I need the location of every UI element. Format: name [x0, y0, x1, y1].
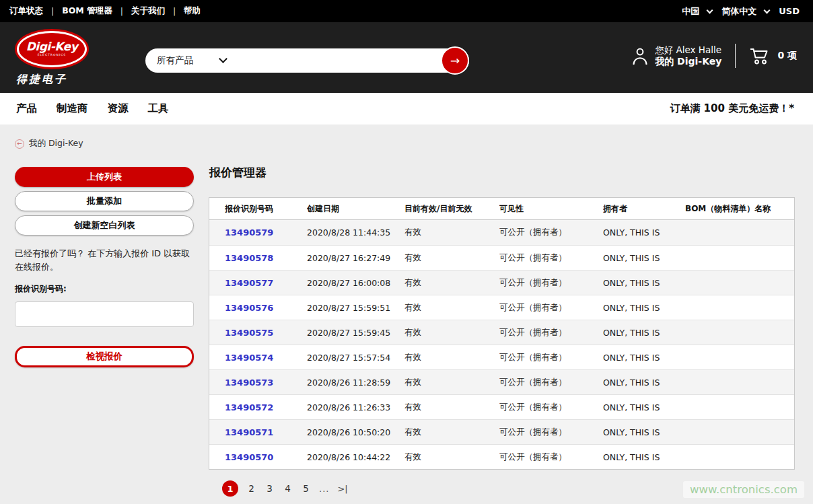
- quote-id-link[interactable]: 13490570: [225, 452, 307, 462]
- separator: |: [120, 6, 123, 16]
- table-row: 134905722020/8/26 11:26:33有效可公开（拥有者）ONLY…: [209, 394, 794, 419]
- table-row: 134905712020/8/26 10:50:20有效可公开（拥有者）ONLY…: [209, 419, 794, 444]
- cart-count: 0 项: [777, 50, 797, 62]
- nav-resources[interactable]: 资源: [108, 102, 129, 116]
- my-digikey-label: 我的 Digi-Key: [655, 56, 721, 67]
- quote-id-link[interactable]: 13490576: [225, 303, 307, 313]
- quote-id-link[interactable]: 13490575: [225, 328, 307, 338]
- quote-id-link[interactable]: 13490578: [225, 253, 307, 263]
- owner-cell: ONLY, THIS IS: [603, 278, 685, 288]
- breadcrumb[interactable]: ← 我的 Digi-Key: [15, 138, 83, 149]
- back-arrow-icon: ←: [15, 139, 24, 149]
- status-cell: 有效: [404, 327, 499, 338]
- visibility-cell: 可公开（拥有者）: [499, 402, 603, 413]
- page-number[interactable]: 5: [301, 483, 311, 494]
- bulk-add-button[interactable]: 批量添加: [15, 191, 194, 211]
- cart-button[interactable]: 0 项: [749, 46, 797, 65]
- owner-cell: ONLY, THIS IS: [603, 328, 685, 338]
- bom-manager-link[interactable]: BOM 管理器: [62, 5, 112, 17]
- quote-table: 报价识别号码 创建日期 目前有效/目前无效 可见性 拥有者 BOM（物料清单）名…: [209, 197, 795, 470]
- search-input[interactable]: [226, 48, 469, 73]
- region-selector[interactable]: 中国: [682, 5, 699, 17]
- col-header-quote-id: 报价识别号码: [225, 203, 307, 215]
- table-header-row: 报价识别号码 创建日期 目前有效/目前无效 可见性 拥有者 BOM（物料清单）名…: [209, 198, 794, 220]
- quote-id-link[interactable]: 13490571: [225, 427, 307, 437]
- owner-cell: ONLY, THIS IS: [603, 377, 685, 388]
- table-row: 134905772020/8/27 16:00:08有效可公开（拥有者）ONLY…: [209, 270, 794, 295]
- table-row: 134905792020/8/28 11:44:35有效可公开（拥有者）ONLY…: [209, 220, 794, 245]
- visibility-cell: 可公开（拥有者）: [499, 227, 603, 238]
- logo-subtext: ELECTRONICS: [38, 53, 66, 57]
- quote-id-link[interactable]: 13490573: [225, 377, 307, 388]
- currency-selector[interactable]: USD: [779, 6, 800, 16]
- created-date-cell: 2020/8/26 11:28:59: [307, 377, 404, 388]
- quote-hint-text: 已经有报价了吗？ 在下方输入报价 ID 以获取在线报价。: [15, 247, 194, 274]
- language-selector[interactable]: 简体中文: [721, 5, 756, 17]
- view-quote-button[interactable]: 检视报价: [15, 346, 194, 367]
- table-row: 134905762020/8/27 15:59:51有效可公开（拥有者）ONLY…: [209, 295, 794, 320]
- page-number[interactable]: 2: [246, 483, 256, 494]
- visibility-cell: 可公开（拥有者）: [499, 427, 603, 438]
- table-row: 134905742020/8/27 15:57:54有效可公开（拥有者）ONLY…: [209, 345, 794, 369]
- owner-cell: ONLY, THIS IS: [603, 303, 685, 313]
- status-cell: 有效: [404, 302, 499, 314]
- top-links: 订单状态 | BOM 管理器 | 关于我们 | 帮助: [9, 5, 201, 17]
- logo-wordmark: Digi-Key: [26, 41, 77, 52]
- page-number[interactable]: 3: [264, 483, 275, 494]
- nav-manufacturers[interactable]: 制造商: [57, 102, 88, 116]
- locale-controls: 中国 简体中文 USD: [682, 5, 800, 17]
- page-ellipsis: ...: [319, 484, 329, 494]
- main-area: 报价管理器 报价识别号码 创建日期 目前有效/目前无效 可见性 拥有者 BOM（…: [209, 165, 795, 497]
- visibility-cell: 可公开（拥有者）: [499, 302, 603, 314]
- page-current[interactable]: 1: [222, 480, 238, 497]
- table-row: 134905702020/8/26 10:44:22有效可公开（拥有者）ONLY…: [209, 444, 794, 469]
- user-cluster: 您好 Alex Halle 我的 Digi-Key 0 项: [631, 44, 797, 68]
- upload-list-button[interactable]: 上传列表: [15, 167, 194, 187]
- search-bar: 所有产品 →: [145, 48, 469, 73]
- create-blank-list-button[interactable]: 创建新空白列表: [15, 215, 194, 236]
- status-cell: 有效: [404, 352, 499, 363]
- status-cell: 有效: [404, 277, 499, 289]
- owner-cell: ONLY, THIS IS: [603, 227, 685, 238]
- created-date-cell: 2020/8/27 15:59:51: [307, 303, 404, 313]
- divider: [735, 44, 736, 68]
- help-link[interactable]: 帮助: [184, 5, 201, 17]
- col-header-created-date: 创建日期: [307, 203, 404, 215]
- owner-cell: ONLY, THIS IS: [603, 353, 685, 363]
- status-cell: 有效: [404, 427, 499, 438]
- quote-id-link[interactable]: 13490577: [225, 278, 307, 288]
- arrow-right-icon: →: [450, 55, 460, 67]
- chevron-down-icon: [764, 7, 771, 13]
- search-category-label: 所有产品: [157, 55, 193, 67]
- quote-id-link[interactable]: 13490572: [225, 402, 307, 412]
- watermark: www.cntronics.com: [683, 481, 804, 498]
- owner-cell: ONLY, THIS IS: [603, 452, 685, 462]
- page-number[interactable]: 4: [283, 483, 293, 494]
- greeting-text: 您好 Alex Halle 我的 Digi-Key: [655, 44, 721, 67]
- primary-nav: 产品 制造商 资源 工具 订单满 100 美元免运费！*: [0, 93, 813, 124]
- search-category-dropdown[interactable]: 所有产品: [145, 55, 226, 67]
- visibility-cell: 可公开（拥有者）: [499, 252, 603, 264]
- nav-tools[interactable]: 工具: [148, 102, 169, 116]
- quote-id-link[interactable]: 13490579: [225, 227, 307, 238]
- account-menu[interactable]: 您好 Alex Halle 我的 Digi-Key: [631, 44, 721, 67]
- owner-cell: ONLY, THIS IS: [603, 427, 685, 437]
- visibility-cell: 可公开（拥有者）: [499, 327, 603, 338]
- status-cell: 有效: [404, 252, 499, 264]
- about-us-link[interactable]: 关于我们: [131, 5, 165, 17]
- separator: |: [173, 6, 176, 16]
- last-page-button[interactable]: >|: [337, 484, 347, 494]
- search-submit-button[interactable]: →: [441, 46, 469, 75]
- digikey-logo[interactable]: Digi-Key ELECTRONICS 得捷电子: [15, 29, 93, 87]
- visibility-cell: 可公开（拥有者）: [499, 277, 603, 289]
- created-date-cell: 2020/8/26 10:44:22: [307, 452, 404, 462]
- quote-id-link[interactable]: 13490574: [225, 353, 307, 363]
- order-status-link[interactable]: 订单状态: [9, 5, 43, 17]
- page-content: ← 我的 Digi-Key 上传列表 批量添加 创建新空白列表 已经有报价了吗？…: [0, 124, 813, 504]
- visibility-cell: 可公开（拥有者）: [499, 377, 603, 388]
- page-title: 报价管理器: [209, 165, 795, 180]
- visibility-cell: 可公开（拥有者）: [499, 352, 603, 363]
- quote-id-input[interactable]: [15, 301, 194, 327]
- quote-id-label: 报价识别号码:: [15, 283, 194, 295]
- nav-products[interactable]: 产品: [16, 102, 37, 116]
